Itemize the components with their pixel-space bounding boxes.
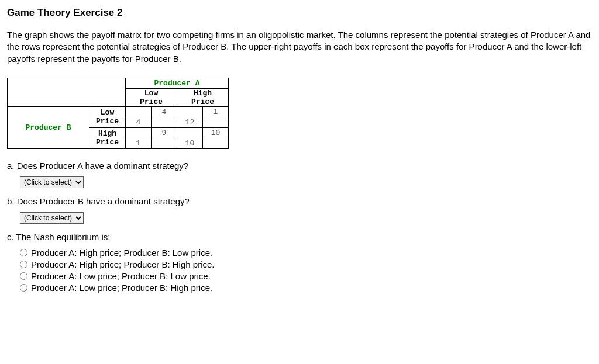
row-strategy-high: High Price [89, 127, 126, 148]
payoff-b-r2c2: 10 [177, 138, 203, 148]
text: Price [140, 98, 163, 106]
question-a-select[interactable]: (Click to select) [20, 176, 84, 188]
option-label: Producer A: Low price; Producer B: Low p… [31, 271, 211, 281]
text: Price [96, 117, 119, 126]
empty-cell [177, 127, 203, 138]
row-strategy-low: Low Price [89, 106, 126, 127]
payoff-b-r1c1: 4 [126, 117, 152, 127]
payoff-a-r1c1: 4 [152, 106, 177, 117]
empty-cell [203, 138, 229, 148]
option-radio-2[interactable] [20, 261, 27, 268]
empty-cell [152, 117, 177, 127]
text: Low [144, 89, 158, 98]
question-a-text: a. Does Producer A have a dominant strat… [7, 161, 592, 171]
empty-cell [126, 127, 152, 138]
intro-text: The graph shows the payoff matrix for tw… [7, 29, 592, 65]
row-player-label: Producer B [8, 106, 89, 148]
corner-blank [8, 78, 126, 106]
option-row[interactable]: Producer A: High price; Producer B: High… [20, 259, 592, 269]
text: High [98, 129, 116, 138]
empty-cell [203, 117, 229, 127]
question-b-select[interactable]: (Click to select) [20, 212, 84, 224]
empty-cell [152, 138, 177, 148]
question-c-text: c. The Nash equilibrium is: [7, 232, 592, 242]
option-radio-1[interactable] [20, 249, 27, 256]
text: High [194, 89, 212, 98]
option-label: Producer A: High price; Producer B: Low … [31, 248, 212, 258]
col-strategy-low: Low Price [126, 88, 177, 106]
col-strategy-high: High Price [177, 88, 229, 106]
option-label: Producer A: High price; Producer B: High… [31, 259, 214, 269]
col-player-label: Producer A [126, 78, 229, 88]
empty-cell [126, 106, 152, 117]
option-row[interactable]: Producer A: Low price; Producer B: Low p… [20, 271, 592, 281]
option-label: Producer A: Low price; Producer B: High … [31, 283, 212, 293]
text: Price [191, 98, 214, 106]
page-title: Game Theory Exercise 2 [7, 7, 592, 19]
payoff-b-r1c2: 12 [177, 117, 203, 127]
payoff-a-r1c2: 1 [203, 106, 229, 117]
option-radio-4[interactable] [20, 284, 27, 292]
option-row[interactable]: Producer A: High price; Producer B: Low … [20, 248, 592, 258]
option-row[interactable]: Producer A: Low price; Producer B: High … [20, 283, 592, 293]
empty-cell [177, 106, 203, 117]
payoff-b-r2c1: 1 [126, 138, 152, 148]
payoff-matrix: Producer A Low Price High Price Producer… [7, 78, 229, 149]
question-c-options: Producer A: High price; Producer B: Low … [20, 248, 592, 293]
payoff-a-r2c2: 10 [203, 127, 229, 138]
text: Low [101, 108, 114, 117]
option-radio-3[interactable] [20, 272, 27, 280]
question-b-text: b. Does Producer B have a dominant strat… [7, 196, 592, 206]
text: Price [96, 138, 119, 147]
payoff-a-r2c1: 9 [152, 127, 177, 138]
